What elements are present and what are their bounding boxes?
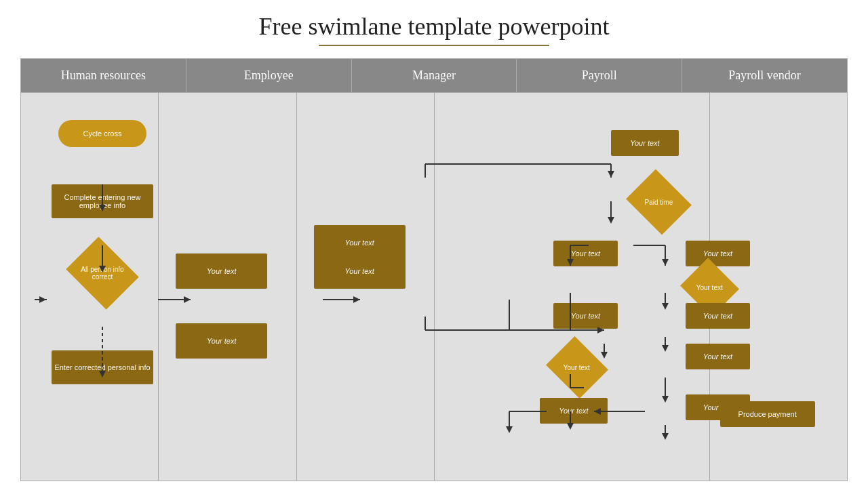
swimlane-headers: Human resources Employee Manager Payroll…	[21, 59, 847, 93]
header-hr: Human resources	[21, 59, 186, 92]
swimlane-container: Human resources Employee Manager Payroll…	[20, 58, 848, 481]
lane-hr: Cycle cross Complete entering new employ…	[21, 93, 159, 481]
lane-payroll: Your text Paid time Your text Your text …	[435, 93, 710, 481]
page: Free swimlane template powerpoint Human …	[0, 0, 868, 488]
title-underline	[319, 45, 549, 46]
header-employee: Employee	[186, 59, 352, 92]
paid-time-shape: Paid time	[626, 169, 692, 235]
page-title: Free swimlane template powerpoint	[20, 12, 848, 41]
lane-employee: Your text Your text	[159, 93, 296, 481]
payroll-diamond3-shape: Your text	[546, 336, 608, 399]
payroll-yourtext1-shape: Your text	[611, 130, 679, 156]
payroll-yourtext-midleft-shape: Your text	[553, 303, 618, 329]
manager-yourtext2-shape: Your text	[314, 253, 406, 289]
header-payroll: Payroll	[517, 59, 682, 92]
employee-yourtext1-shape: Your text	[176, 253, 267, 289]
complete-entering-shape: Complete entering new employee info	[52, 184, 153, 218]
header-vendor: Payroll vendor	[682, 59, 847, 92]
title-section: Free swimlane template powerpoint	[20, 0, 848, 52]
enter-corrected-shape: Enter corrected personal info	[52, 350, 153, 384]
lane-vendor: Produce payment	[710, 93, 847, 481]
swimlane-body: Cycle cross Complete entering new employ…	[21, 93, 847, 481]
payroll-yourtext-bottomleft-shape: Your text	[540, 398, 608, 424]
all-person-info-shape: All person info correct	[66, 237, 138, 309]
header-manager: Manager	[352, 59, 517, 92]
payroll-yourtext-left-shape: Your text	[553, 241, 618, 266]
cycle-cross-shape: Cycle cross	[58, 120, 146, 147]
lane-manager: Your text Your text	[297, 93, 435, 481]
employee-yourtext2-shape: Your text	[176, 323, 267, 359]
produce-payment-shape: Produce payment	[720, 401, 815, 427]
